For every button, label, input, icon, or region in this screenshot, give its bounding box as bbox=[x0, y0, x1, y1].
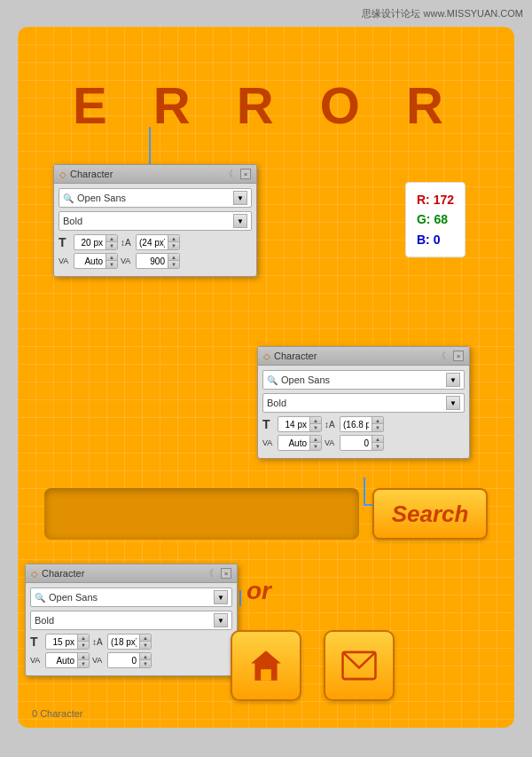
panel1-kerning-spinbox[interactable]: ▲ ▼ bbox=[136, 253, 180, 269]
panel2-collapse-icon[interactable]: 《 bbox=[437, 350, 446, 362]
search-section: Search bbox=[44, 488, 488, 540]
panel1-size-icon: T bbox=[59, 235, 71, 249]
panel3-leading-down[interactable]: ▼ bbox=[140, 642, 151, 649]
panel2-leading-spinbox[interactable]: ▲ ▼ bbox=[340, 416, 384, 432]
main-card: E R R O R R: 172 G: 68 B: 0 ◇ Character … bbox=[18, 27, 514, 728]
panel3-leading-icon: ↕A bbox=[92, 637, 105, 647]
panel3-connector-v bbox=[239, 590, 241, 606]
panel1-kerning-up[interactable]: ▲ bbox=[168, 254, 179, 261]
svg-rect-1 bbox=[261, 669, 271, 681]
search-button[interactable]: Search bbox=[372, 488, 488, 540]
color-info-box: R: 172 G: 68 B: 0 bbox=[405, 182, 466, 257]
panel3-size-input[interactable] bbox=[46, 636, 77, 648]
panel1-tracking-spinbox[interactable]: ▲ ▼ bbox=[74, 253, 118, 269]
connector-v1 bbox=[149, 127, 151, 170]
panel2-tracking-spinbox[interactable]: ▲ ▼ bbox=[278, 435, 322, 451]
panel3-tracking-down[interactable]: ▼ bbox=[78, 660, 89, 667]
panel2-tracking-down[interactable]: ▼ bbox=[310, 443, 321, 450]
panel2-search-icon: 🔍 bbox=[267, 375, 278, 385]
panel3-kerning-spinbox[interactable]: ▲ ▼ bbox=[107, 652, 152, 668]
panel3-leading-spinbox[interactable]: ▲ ▼ bbox=[107, 634, 152, 650]
panel3-diamond-icon: ◇ bbox=[31, 569, 38, 579]
panel3-size-up[interactable]: ▲ bbox=[78, 635, 89, 642]
search-input-box[interactable] bbox=[44, 488, 359, 540]
panel3-search-icon: 🔍 bbox=[35, 593, 45, 603]
panel1-font-dropdown-btn[interactable]: ▼ bbox=[233, 191, 247, 205]
panel2-leading-up[interactable]: ▲ bbox=[372, 417, 383, 424]
panel3-kerning-up[interactable]: ▲ bbox=[140, 653, 151, 660]
panel1-collapse-icon[interactable]: 《 bbox=[224, 168, 233, 180]
panel3-size-down[interactable]: ▼ bbox=[78, 642, 89, 649]
home-button[interactable] bbox=[231, 630, 301, 701]
panel1-kerning-input[interactable] bbox=[137, 256, 168, 267]
panel3-font-dropdown-btn[interactable]: ▼ bbox=[214, 590, 228, 604]
panel2-titlebar[interactable]: ◇ Character 《 × bbox=[258, 347, 469, 366]
panel3-font-search-row[interactable]: 🔍 ▼ bbox=[30, 587, 232, 607]
color-r-value: R: 172 bbox=[417, 190, 454, 209]
panel1-leading-input[interactable] bbox=[137, 237, 168, 248]
panel2-font-dropdown-btn[interactable]: ▼ bbox=[446, 373, 460, 387]
panel3-kerning-down[interactable]: ▼ bbox=[140, 660, 151, 667]
panel2-title-label: Character bbox=[274, 351, 317, 361]
panel3-font-input[interactable] bbox=[49, 592, 210, 603]
panel2-size-up[interactable]: ▲ bbox=[310, 417, 321, 424]
panel3-tracking-input[interactable] bbox=[46, 655, 77, 666]
panel3-leading-up[interactable]: ▲ bbox=[140, 635, 151, 642]
panel2-kerning-spinbox[interactable]: ▲ ▼ bbox=[340, 435, 384, 451]
panel2-style-dropdown-btn[interactable]: ▼ bbox=[446, 396, 460, 410]
panel2-close-btn[interactable]: × bbox=[453, 351, 464, 361]
panel1-size-spinbox[interactable]: ▲ ▼ bbox=[74, 234, 118, 250]
panel1-tracking-input[interactable] bbox=[74, 256, 106, 267]
panel1-leading-spinbox[interactable]: ▲ ▼ bbox=[136, 234, 180, 250]
panel2-size-down[interactable]: ▼ bbox=[310, 424, 321, 431]
panel1-close-btn[interactable]: × bbox=[240, 169, 251, 179]
panel2-kerning-up[interactable]: ▲ bbox=[372, 436, 383, 443]
panel3-kerning-icon: VA bbox=[92, 656, 105, 665]
panel1-style-value: Bold bbox=[63, 216, 82, 226]
panel2-size-icon: T bbox=[262, 417, 275, 431]
panel1-titlebar[interactable]: ◇ Character 《 × bbox=[54, 165, 256, 184]
panel3-leading-input[interactable] bbox=[108, 636, 139, 648]
panel2-style-row[interactable]: Bold ▼ bbox=[262, 393, 465, 413]
home-icon bbox=[247, 647, 285, 684]
panel1-tracking-down[interactable]: ▼ bbox=[106, 261, 117, 268]
panel3-title-label: Character bbox=[42, 568, 84, 579]
panel2-leading-input[interactable] bbox=[340, 419, 372, 430]
panel1-font-input[interactable] bbox=[77, 193, 230, 203]
panel3-tracking-spinbox[interactable]: ▲ ▼ bbox=[45, 652, 90, 668]
panel2-tracking-input[interactable] bbox=[278, 438, 309, 449]
panel2-size-spinbox[interactable]: ▲ ▼ bbox=[278, 416, 322, 432]
panel1-leading-up[interactable]: ▲ bbox=[168, 235, 179, 242]
panel3-style-row[interactable]: Bold ▼ bbox=[30, 611, 232, 630]
panel3-tracking-up[interactable]: ▲ bbox=[78, 653, 89, 660]
panel1-size-up[interactable]: ▲ bbox=[106, 235, 117, 242]
mail-button[interactable] bbox=[324, 630, 395, 701]
panel2-kerning-down[interactable]: ▼ bbox=[372, 443, 383, 450]
panel2-leading-down[interactable]: ▼ bbox=[372, 424, 383, 431]
icon-buttons-container bbox=[231, 630, 395, 701]
panel1-font-search-row[interactable]: 🔍 ▼ bbox=[59, 188, 252, 208]
panel1-tracking-up[interactable]: ▲ bbox=[106, 254, 117, 261]
panel1-leading-down[interactable]: ▼ bbox=[168, 242, 179, 249]
panel2-font-input[interactable] bbox=[281, 375, 442, 385]
panel1-size-input[interactable] bbox=[74, 237, 106, 248]
panel2-leading-icon: ↕A bbox=[325, 420, 337, 430]
panel3-titlebar[interactable]: ◇ Character 《 × bbox=[26, 564, 237, 583]
panel1-style-row[interactable]: Bold ▼ bbox=[59, 211, 252, 231]
panel1-kerning-down[interactable]: ▼ bbox=[168, 261, 179, 268]
panel2-tracking-up[interactable]: ▲ bbox=[310, 436, 321, 443]
panel3-style-dropdown-btn[interactable]: ▼ bbox=[214, 613, 228, 627]
panel3-kerning-input[interactable] bbox=[108, 655, 139, 666]
panel2-kerning-input[interactable] bbox=[340, 438, 372, 449]
panel1-kerning-icon: VA bbox=[121, 256, 133, 265]
panel3-collapse-icon[interactable]: 《 bbox=[205, 567, 214, 580]
panel1-size-down[interactable]: ▼ bbox=[106, 242, 117, 249]
panel2-size-input[interactable] bbox=[278, 419, 309, 430]
panel1-title-label: Character bbox=[70, 169, 113, 179]
panel3-close-btn[interactable]: × bbox=[221, 568, 231, 579]
color-b-value: B: 0 bbox=[417, 230, 454, 249]
panel1-tracking-icon: VA bbox=[59, 256, 71, 265]
panel3-size-spinbox[interactable]: ▲ ▼ bbox=[45, 634, 90, 650]
panel2-font-search-row[interactable]: 🔍 ▼ bbox=[262, 370, 465, 390]
panel1-style-dropdown-btn[interactable]: ▼ bbox=[233, 214, 247, 228]
